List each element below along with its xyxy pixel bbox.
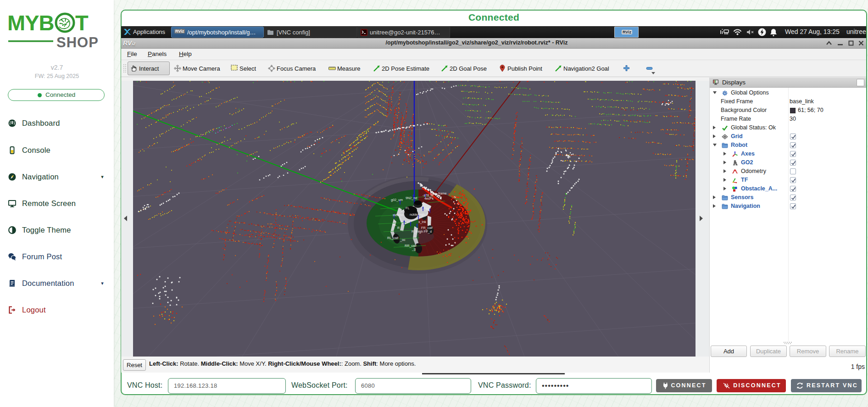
svg-text:R: R xyxy=(397,226,400,230)
svg-text:g02_um: g02_um xyxy=(391,198,403,202)
svg-text:9N2_nd: 9N2_nd xyxy=(406,196,417,200)
svg-text:T: T xyxy=(75,11,89,35)
svg-text:RViz: RViz xyxy=(123,39,135,47)
svg-text:R_thigh FP_d: R_thigh FP_d xyxy=(412,229,432,234)
svg-text:_g: _g xyxy=(412,247,416,251)
svg-text:_hk: _hk xyxy=(424,207,430,211)
svg-text:MYB: MYB xyxy=(7,11,54,35)
svg-text:RL_calf: RL_calf xyxy=(387,236,398,240)
svg-text:4ecPk: 4ecPk xyxy=(424,196,434,201)
svg-text:SHOP: SHOP xyxy=(56,34,99,49)
svg-text:_oc: _oc xyxy=(400,238,406,242)
svg-text:RL: RL xyxy=(392,223,396,227)
svg-text:nckle_hgh: nckle_hgh xyxy=(410,212,425,217)
svg-text:steamn: steamn xyxy=(393,213,404,217)
svg-text:x_lnk: x_lnk xyxy=(418,220,426,224)
svg-text:FL: FL xyxy=(406,206,409,210)
